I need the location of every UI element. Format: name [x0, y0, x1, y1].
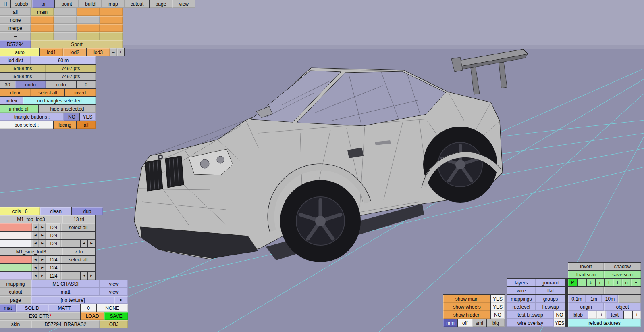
tab-map[interactable]: map: [102, 0, 125, 8]
tab-view[interactable]: view: [172, 0, 195, 8]
text-button[interactable]: text: [606, 311, 623, 319]
show-wheels-button[interactable]: show wheels: [443, 303, 490, 311]
tab-tri[interactable]: tri: [32, 0, 54, 8]
prev-arrow-button[interactable]: ◄: [32, 240, 39, 247]
cutout-view-button[interactable]: view: [100, 288, 128, 296]
tab-subob[interactable]: subob: [11, 0, 32, 8]
layer-toggle-f[interactable]: f: [578, 279, 586, 286]
load-scm-button[interactable]: load scm: [568, 271, 604, 278]
next-arrow-button[interactable]: ►: [88, 240, 95, 247]
object-name-button[interactable]: Sport: [31, 40, 123, 48]
group-name[interactable]: M1_side_lod3: [0, 248, 62, 255]
triangle-buttons-no[interactable]: NO: [64, 113, 79, 121]
subobj-cell[interactable]: [77, 16, 100, 24]
prev-arrow-button[interactable]: ◄: [81, 272, 87, 280]
subobj-cell[interactable]: [100, 24, 123, 32]
tab-page[interactable]: page: [150, 0, 172, 8]
next-arrow-button[interactable]: ►: [39, 232, 46, 239]
object-id-button[interactable]: D57294: [0, 40, 31, 48]
button-hide[interactable]: H: [0, 0, 10, 8]
box-select-all[interactable]: all: [77, 121, 96, 129]
grid-size-01m-button[interactable]: 0.1m: [568, 295, 586, 303]
save-scm-button[interactable]: save scm: [604, 271, 641, 278]
mat-none-button[interactable]: NONE: [97, 304, 128, 312]
undo-button[interactable]: undo: [15, 81, 46, 88]
text-plus-button[interactable]: +: [633, 311, 641, 319]
mat-solid-button[interactable]: SOLID: [16, 304, 48, 312]
subobj-cell[interactable]: [54, 16, 77, 24]
nc-level-button[interactable]: n.c.level: [507, 303, 536, 311]
lod1-button[interactable]: lod1: [40, 48, 63, 56]
lr-swap-button[interactable]: l.r.swap: [536, 303, 565, 311]
group-name[interactable]: M1_top_lod3: [0, 215, 62, 223]
blob-plus-button[interactable]: +: [597, 311, 606, 319]
prev-arrow-button[interactable]: ◄: [32, 256, 39, 263]
subobj-cell[interactable]: [77, 32, 100, 40]
invert-scm-button[interactable]: invert: [568, 263, 604, 270]
prev-arrow-button[interactable]: ◄: [32, 272, 39, 280]
show-main-button[interactable]: show main: [443, 295, 490, 303]
gouraud-button[interactable]: gouraud: [536, 279, 565, 286]
mat-matt-button[interactable]: MATT: [48, 304, 80, 312]
shadow-button[interactable]: shadow: [604, 263, 641, 270]
layer-toggle-t[interactable]: t: [613, 279, 622, 286]
select-all-button[interactable]: select all: [31, 89, 64, 96]
clear-button[interactable]: clear: [0, 89, 31, 96]
layer-toggle-l[interactable]: l: [605, 279, 613, 286]
prev-arrow-button[interactable]: ◄: [32, 223, 39, 231]
show-main-value[interactable]: YES: [491, 295, 505, 303]
subobj-cell[interactable]: [77, 8, 100, 16]
subobj-cell[interactable]: [31, 24, 54, 32]
obj-export-button[interactable]: OBJ: [100, 320, 128, 328]
show-wheels-value[interactable]: YES: [491, 303, 505, 311]
subobj-merge-button[interactable]: merge: [0, 24, 31, 32]
wire-overlay-button[interactable]: wire overlay: [507, 319, 554, 327]
tab-build[interactable]: build: [79, 0, 102, 8]
nrm-sml-button[interactable]: sml: [472, 319, 486, 327]
blob-button[interactable]: blob: [568, 311, 588, 319]
next-arrow-button[interactable]: ►: [39, 272, 46, 280]
hide-unselected-button[interactable]: hide unselected: [39, 105, 96, 113]
show-hidden-button[interactable]: show hidden: [443, 311, 490, 319]
mat-index[interactable]: 0: [81, 304, 96, 312]
dash-button[interactable]: –: [568, 287, 604, 294]
cutout-value[interactable]: matt: [31, 288, 100, 296]
skin-value[interactable]: D57294_BRABAS2: [31, 320, 100, 328]
grid-size-10m-button[interactable]: 10m: [602, 295, 618, 303]
prev-arrow-button[interactable]: ◄: [32, 264, 39, 271]
lod-minus-button[interactable]: –: [110, 48, 117, 56]
subobj-cell[interactable]: [31, 32, 54, 40]
show-hidden-value[interactable]: NO: [491, 311, 505, 319]
layer-toggle-r[interactable]: r: [596, 279, 604, 286]
mapping-value[interactable]: M1 CHASSI: [31, 280, 100, 288]
prev-arrow-button[interactable]: ◄: [81, 240, 87, 247]
color-swatch[interactable]: [0, 223, 32, 231]
tab-cutout[interactable]: cutout: [125, 0, 149, 8]
dash-button[interactable]: –: [618, 295, 641, 303]
next-arrow-button[interactable]: ►: [39, 256, 46, 263]
subobj-cell[interactable]: [100, 16, 123, 24]
next-arrow-button[interactable]: ►: [39, 223, 46, 231]
cols-button[interactable]: cols : 6: [0, 207, 40, 215]
group-select-all-button[interactable]: select all: [61, 256, 95, 263]
next-arrow-button[interactable]: ►: [39, 240, 46, 247]
page-next-button[interactable]: ►: [114, 296, 128, 304]
mappings-button[interactable]: mappings: [507, 295, 536, 303]
unhide-all-button[interactable]: unhide all: [0, 105, 38, 113]
page-texture-value[interactable]: [no texture]: [31, 296, 114, 304]
grid-size-1m-button[interactable]: 1m: [586, 295, 602, 303]
lod-plus-button[interactable]: +: [117, 48, 124, 56]
layer-toggle-u[interactable]: u: [622, 279, 631, 286]
color-swatch[interactable]: [0, 272, 32, 280]
nrm-big-button[interactable]: big: [487, 319, 505, 327]
test-lr-swap-value[interactable]: NO: [554, 311, 565, 319]
load-button[interactable]: LOAD: [81, 312, 104, 320]
lod2-button[interactable]: lod2: [63, 48, 86, 56]
origin-button[interactable]: origin: [568, 303, 604, 311]
nrm-off-button[interactable]: off: [458, 319, 472, 327]
next-arrow-button[interactable]: ►: [39, 264, 46, 271]
color-swatch[interactable]: [0, 256, 32, 263]
test-lr-swap-button[interactable]: test l.r.swap: [507, 311, 554, 319]
subobj-all-button[interactable]: all: [0, 8, 31, 16]
redo-button[interactable]: redo: [46, 81, 76, 88]
